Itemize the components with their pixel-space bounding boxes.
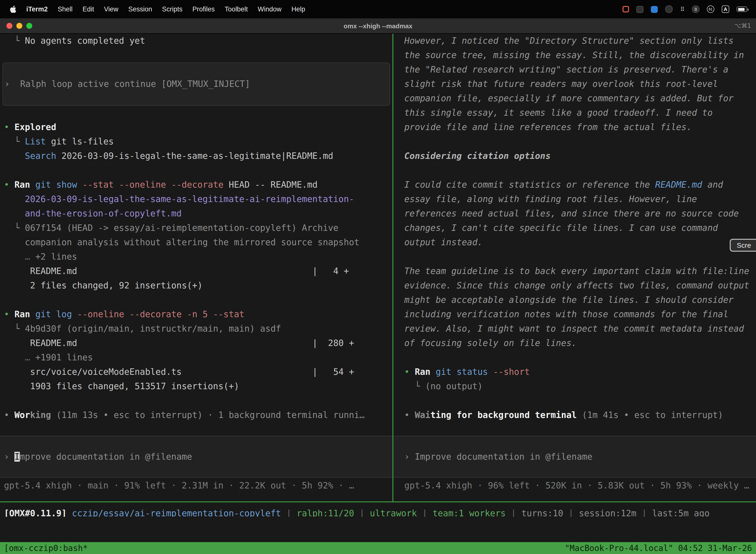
text-segment: 2026-03-09-is-legal-the-same-as-legitima…	[56, 151, 333, 161]
text-segment: team:1 workers	[433, 508, 506, 517]
text-segment	[4, 352, 25, 363]
terminal-line: essay file, along with finding root file…	[393, 192, 756, 207]
text-segment	[4, 252, 25, 262]
terminal-line: └ 067f154 (HEAD -> essay/ai-reimplementa…	[0, 221, 392, 235]
text-segment: HEAD -- README.md	[224, 180, 317, 189]
terminal-line: • Waiting for background terminal (1m 41…	[393, 408, 756, 423]
text-segment	[77, 180, 82, 189]
tmux-status-bar: [omx-cczip0:bash* "MacBook-Pro-44.local"…	[0, 542, 756, 554]
terminal-line: of focusing solely on file lines.	[393, 336, 756, 350]
terminal-line	[393, 250, 756, 264]
menu-item-scripts[interactable]: Scripts	[162, 5, 183, 13]
tmux-host-and-clock: "MacBook-Pro-44.local" 04:52 31-Mar-26	[565, 543, 752, 553]
screen-edge-notification: Scre	[730, 239, 756, 252]
input-source-icon[interactable]: A	[722, 5, 729, 13]
text-segment: 067f154 (HEAD -> essay/ai-reimplementati…	[25, 223, 338, 233]
terminal-line: I could cite commit statistics or refere…	[393, 178, 756, 192]
agent-prompt-input-left[interactable]: › Improve documentation in @filename	[0, 436, 392, 478]
terminal-line	[0, 48, 392, 63]
text-segment: Ralph loop active continue [OMX_TMUX_INJ…	[20, 79, 250, 89]
terminal-line: … +2 lines	[0, 250, 392, 264]
text-segment: git show	[35, 180, 77, 189]
text-segment: └	[4, 136, 25, 147]
terminal-line	[393, 350, 756, 365]
terminal-line: └ 4b9d30f (origin/main, instructkr/main,…	[0, 322, 392, 336]
menu-item-session[interactable]: Session	[128, 5, 152, 13]
text-segment: No agents completed yet	[25, 36, 145, 46]
text-segment: Ran	[14, 180, 30, 189]
terminal-line	[0, 293, 392, 307]
text-segment: output instead.	[404, 237, 483, 247]
menu-item-help[interactable]: Help	[292, 5, 305, 13]
tmux-left-pane[interactable]: └ No agents completed yet› Ralph loop ac…	[0, 34, 392, 501]
terminal-line: the source tree, missing the essay. Stil…	[393, 48, 756, 63]
battery-gauge-icon[interactable]: 61	[707, 5, 714, 13]
terminal-line: companion file, especially if more comme…	[393, 91, 756, 106]
text-segment: |	[417, 508, 433, 517]
left-scrollback: └ No agents completed yet› Ralph loop ac…	[0, 34, 392, 423]
key-app-icon[interactable]: 8	[692, 5, 699, 13]
apple-menu-icon[interactable]	[10, 5, 16, 13]
model-status-left: gpt-5.4 xhigh · main · 91% left · 2.31M …	[0, 479, 392, 493]
text-segment: (1m 41s • esc to interrupt)	[577, 410, 723, 420]
text-segment: README.md | 4 +	[4, 266, 349, 276]
window-title: omx --xhigh --madmax	[0, 18, 756, 34]
terminal-line: └ (no output)	[393, 379, 756, 394]
omx-status-pane: [OMX#0.11.9] cczip/essay/ai-reimplementa…	[0, 502, 756, 542]
window-title-bar[interactable]: omx --xhigh --madmax ⌥⌘1	[0, 18, 756, 34]
text-segment: 2026-03-09-is-legal-the-same-as-legitima…	[4, 194, 354, 204]
menu-app-name[interactable]: iTerm2	[26, 5, 48, 13]
tmux-right-pane[interactable]: However, I noticed the "Directory Struct…	[393, 34, 756, 501]
text-segment: ultrawork	[370, 508, 417, 517]
text-segment: turns:10	[521, 508, 563, 517]
omx-status-line: [OMX#0.11.9] cczip/essay/ai-reimplementa…	[0, 502, 756, 517]
terminal-line	[393, 134, 756, 149]
text-segment: changes, I can't cite specific file line…	[404, 223, 718, 233]
menu-item-view[interactable]: View	[104, 5, 118, 13]
text-segment: review. Also, I might want to inspect th…	[404, 324, 744, 334]
blue-app-icon[interactable]	[651, 6, 658, 13]
text-segment: └	[4, 324, 25, 334]
text-segment	[72, 309, 77, 319]
agent-prompt-input-right[interactable]: › Improve documentation in @filename	[393, 436, 756, 478]
screen-recording-icon[interactable]	[623, 6, 629, 12]
menu-item-shell[interactable]: Shell	[58, 5, 73, 13]
terminal-line: Search 2026-03-09-is-legal-the-same-as-l…	[0, 149, 392, 163]
menu-item-toolbelt[interactable]: Toolbelt	[225, 5, 248, 13]
terminal-line: including verification notes with those …	[393, 307, 756, 322]
dots-grid-icon[interactable]: ⠿	[680, 6, 685, 13]
text-segment: Ran	[14, 309, 30, 319]
terminal-line	[393, 163, 756, 178]
text-segment: I could cite commit statistics or refere…	[404, 180, 655, 189]
terminal-line: Considering citation options	[393, 149, 756, 163]
text-segment	[30, 180, 35, 189]
text-segment: Search	[25, 151, 56, 161]
text-segment: Ran	[415, 367, 430, 377]
tmux-session-window-label: [omx-cczip0:bash*	[4, 543, 88, 553]
menu-bar-left: iTerm2 ShellEditViewSessionScriptsProfil…	[0, 5, 305, 13]
window-manager-app-icon[interactable]	[636, 6, 643, 13]
text-segment: 1903 files changed, 513517 insertions(+)	[4, 381, 239, 391]
prompt-line: › Improve documentation in @filename	[393, 449, 592, 464]
text-segment: the "Related research writing" section i…	[404, 64, 728, 74]
text-segment: I	[14, 451, 19, 461]
terminal-line	[0, 106, 392, 120]
text-segment: companion analysis without altering the …	[4, 237, 359, 247]
text-segment: The team guideline is to back every impo…	[404, 266, 749, 276]
text-segment: •	[4, 410, 14, 420]
menu-item-edit[interactable]: Edit	[82, 5, 94, 13]
text-segment: git ls-files	[46, 136, 114, 147]
menu-item-profiles[interactable]: Profiles	[192, 5, 215, 13]
battery-icon[interactable]	[737, 6, 747, 12]
menu-item-window[interactable]: Window	[258, 5, 281, 13]
terminal-line: › Ralph loop active continue [OMX_TMUX_I…	[3, 77, 250, 91]
terminal-line: • Ran git show --stat --oneline --decora…	[0, 178, 392, 192]
text-segment: •	[404, 410, 415, 420]
text-segment: src/voice/voiceModeEnabled.ts | 54 +	[4, 367, 354, 377]
text-segment: ›	[404, 451, 415, 461]
text-segment: including verification notes with those …	[404, 309, 728, 319]
dark-app-icon[interactable]	[665, 5, 673, 13]
text-segment: evidence. Since this change only affects…	[404, 280, 749, 290]
text-segment: companion file, especially if more comme…	[404, 93, 734, 103]
text-segment: └	[4, 223, 25, 233]
